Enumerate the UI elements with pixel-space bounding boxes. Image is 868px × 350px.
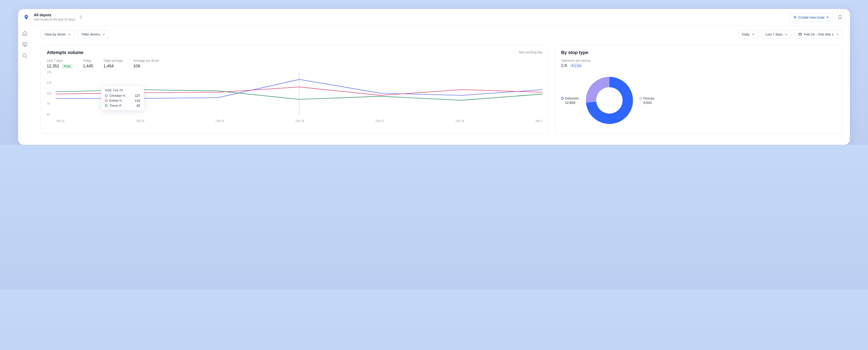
location-pin-icon bbox=[24, 14, 29, 20]
chevron-down-icon bbox=[102, 33, 105, 36]
bookmark-button[interactable] bbox=[835, 13, 844, 22]
date-range-label: Feb 23 – Feb Mar 1 bbox=[804, 32, 834, 36]
topbar: All depots 469 routes in the last 30 day… bbox=[18, 9, 850, 26]
date-range-select[interactable]: Feb 23 – Feb Mar 1 bbox=[795, 30, 843, 38]
range-select[interactable]: Last 7 days bbox=[762, 30, 792, 38]
chevron-down-icon bbox=[785, 33, 787, 36]
filter-row: View by driver Filter drivers Daily Last… bbox=[41, 30, 843, 38]
create-route-button[interactable]: Create new route bbox=[789, 13, 833, 22]
view-by-select[interactable]: View by driver bbox=[41, 30, 74, 38]
stoptype-panel: By stop type Deliveries per pickup 2.8 1… bbox=[555, 45, 843, 134]
depot-selector[interactable]: All depots 469 routes in the last 30 day… bbox=[34, 13, 82, 21]
donut-chart bbox=[581, 72, 638, 129]
granularity-select[interactable]: Daily bbox=[738, 30, 758, 38]
content: View by driver Filter drivers Daily Last… bbox=[32, 26, 850, 145]
stat-avg-value: 1,464 bbox=[103, 64, 123, 68]
tooltip-row: Esther H. 115 bbox=[105, 99, 140, 103]
stoptype-title: By stop type bbox=[561, 50, 837, 55]
home-icon[interactable] bbox=[22, 31, 28, 36]
y-axis: 1501251007550 bbox=[47, 70, 51, 116]
calendar-icon bbox=[798, 33, 802, 36]
deliveries-value: 12,803 bbox=[565, 100, 579, 105]
chevron-down-icon bbox=[826, 16, 829, 19]
plot-area: Wed, Feb 26 Christian H. 127 Esther H. 1… bbox=[56, 72, 542, 116]
chevron-down-icon bbox=[752, 33, 754, 36]
nonworking-legend: --- Non-working day bbox=[513, 51, 542, 54]
range-label: Last 7 days bbox=[765, 32, 783, 36]
plus-icon bbox=[794, 16, 797, 19]
donut-legend-pickups: Pickups 4,610 bbox=[640, 96, 654, 105]
donut-row: Deliveries 12,803 Pickups 4,610 bbox=[561, 72, 837, 129]
chevron-updown-icon bbox=[79, 15, 82, 19]
depot-title: All depots bbox=[34, 13, 75, 17]
depot-subtitle: 469 routes in the last 30 days bbox=[34, 18, 75, 21]
dash-icon: --- bbox=[513, 51, 517, 54]
chevron-down-icon bbox=[836, 33, 839, 36]
presentation-icon[interactable] bbox=[22, 42, 28, 47]
x-axis: Feb 23Feb 24Feb 25Feb 26Feb 27Feb 28Mar … bbox=[56, 119, 542, 122]
filter-drivers-select[interactable]: Filter drivers bbox=[78, 30, 109, 38]
pickups-value: 4,610 bbox=[643, 100, 654, 105]
svg-point-1 bbox=[23, 54, 26, 57]
chart-tooltip: Wed, Feb 26 Christian H. 127 Esther H. 1… bbox=[101, 85, 144, 110]
sidenav bbox=[18, 26, 32, 145]
stat-last7-label: Last 7 days bbox=[47, 59, 72, 62]
stat-today-label: Today bbox=[83, 59, 93, 62]
tooltip-title: Wed, Feb 26 bbox=[105, 88, 140, 92]
filter-drivers-label: Filter drivers bbox=[82, 32, 100, 36]
attempts-title: Attempts volume bbox=[47, 50, 542, 55]
body: View by driver Filter drivers Daily Last… bbox=[18, 26, 850, 145]
granularity-label: Daily bbox=[742, 32, 749, 36]
tooltip-row: Trevor P. 82 bbox=[105, 104, 140, 108]
stat-perdriver-value: 108 bbox=[133, 64, 159, 68]
attempts-panel: Attempts volume --- Non-working day Last… bbox=[41, 45, 549, 134]
stat-today-value: 1,445 bbox=[83, 64, 93, 68]
attempts-stats: Last 7 days 12,351 6% Today 1 bbox=[47, 59, 542, 69]
view-by-label: View by driver bbox=[44, 32, 66, 36]
nonworking-label: Non-working day bbox=[519, 51, 542, 54]
delta-badge: 6% bbox=[62, 64, 72, 69]
stoptype-subtitle: Deliveries per pickup bbox=[561, 59, 837, 62]
stat-avg-label: Daily average bbox=[103, 59, 123, 62]
app-window: All depots 469 routes in the last 30 day… bbox=[18, 9, 850, 145]
create-route-label: Create new route bbox=[798, 16, 825, 19]
stat-perdriver-label: Average per driver bbox=[133, 59, 159, 62]
search-icon[interactable] bbox=[22, 53, 28, 59]
svg-rect-0 bbox=[23, 43, 27, 46]
svg-rect-2 bbox=[799, 33, 801, 35]
tooltip-row: Christian H. 127 bbox=[105, 94, 140, 97]
line-chart: 1501251007550 Wed, Feb 26 Christian H. 1… bbox=[47, 70, 542, 122]
stoptype-ratio: 2.8 1.1% bbox=[561, 63, 837, 68]
chevron-down-icon bbox=[68, 33, 71, 36]
delta-badge: 1.1% bbox=[570, 63, 582, 68]
stat-last7-value: 12,351 6% bbox=[47, 64, 72, 69]
panels: Attempts volume --- Non-working day Last… bbox=[41, 45, 843, 134]
donut-legend-deliveries: Deliveries 12,803 bbox=[561, 96, 579, 105]
